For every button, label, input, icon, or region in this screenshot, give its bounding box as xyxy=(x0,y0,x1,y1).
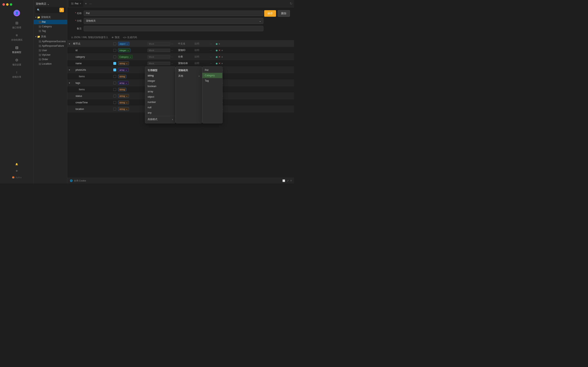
tags-items-checkbox[interactable] xyxy=(113,88,116,91)
ref-item-category[interactable]: Category xyxy=(202,73,222,78)
dropdown-item-null[interactable]: null xyxy=(145,105,175,110)
refresh-icon[interactable]: ↻ xyxy=(290,2,292,6)
root-checkbox[interactable] xyxy=(113,42,116,45)
tree-item-api-response-success[interactable]: ⬛ ApiResponseSuccess xyxy=(34,39,67,44)
more-tabs-button[interactable]: ··· xyxy=(88,2,93,5)
add-field-icon[interactable]: + xyxy=(218,42,220,45)
dropdown-item-other[interactable]: 其他 › xyxy=(176,73,202,79)
tree-group-header-pet[interactable]: ▾ 📁 宠物相关 xyxy=(34,15,67,20)
visibility-icon[interactable]: ◉ xyxy=(216,49,218,52)
remove-field-icon[interactable]: ✕ xyxy=(218,49,221,52)
category-mock[interactable]: Mock xyxy=(147,55,170,59)
more-options-icon[interactable]: ··· xyxy=(210,49,212,52)
more-options-icon[interactable]: ··· xyxy=(210,55,212,58)
preview-button[interactable]: 👁 预览 xyxy=(112,36,120,39)
tree-item-category[interactable]: ⬛ Category xyxy=(34,24,67,29)
visibility-icon[interactable]: ◉ xyxy=(216,62,218,65)
remove-field-icon[interactable]: ✕ xyxy=(218,62,221,65)
tree-item-location[interactable]: ⬛ Localtion xyxy=(34,62,67,66)
more-options-icon[interactable]: ··· xyxy=(171,62,173,65)
create-time-checkbox[interactable] xyxy=(113,101,116,104)
more-options-icon[interactable]: ··· xyxy=(210,42,212,45)
minimize-button[interactable] xyxy=(6,3,9,6)
dropdown-item-object[interactable]: object xyxy=(145,94,175,100)
remove-field-icon[interactable]: ✕ xyxy=(218,55,221,58)
new-tab-button[interactable]: + xyxy=(84,2,87,6)
status-checkbox[interactable] xyxy=(113,95,116,98)
dropdown-item-advanced[interactable]: 高级模式 › xyxy=(145,117,175,122)
collapse-icon[interactable]: ▾ xyxy=(69,68,70,71)
tags-checkbox[interactable] xyxy=(113,82,116,84)
root-type-badge[interactable]: object ⌄ xyxy=(118,42,130,46)
save-button[interactable]: 保存 xyxy=(264,10,276,17)
sidebar-item-api-management[interactable]: ⊞ 接口管理 xyxy=(0,19,34,31)
photo-urls-checkbox[interactable] xyxy=(113,68,116,71)
tab-pet[interactable]: ⬛ Pet ✕ xyxy=(69,0,83,7)
name-mock[interactable]: Mock xyxy=(147,62,170,65)
items-type-badge[interactable]: string xyxy=(118,75,126,78)
more-options-icon[interactable]: ··· xyxy=(171,55,173,58)
avatar[interactable]: 👤 xyxy=(13,10,20,16)
add-model-button[interactable]: + xyxy=(60,8,64,12)
sidebar-item-online-share[interactable]: ↑ 在线分享 xyxy=(0,68,34,81)
more-options-icon[interactable]: ··· xyxy=(171,49,173,52)
root-mock[interactable]: Mock xyxy=(147,42,170,46)
dropdown-item-boolean[interactable]: boolean xyxy=(145,83,175,89)
sidebar-item-project-settings[interactable]: ⚙ 项目设置 xyxy=(0,56,34,68)
dropdown-item-string[interactable]: string xyxy=(145,73,175,78)
more-options-icon[interactable]: ··· xyxy=(171,42,173,45)
tree-item-tag[interactable]: ⬛ Tag xyxy=(34,29,67,33)
photo-urls-type-badge[interactable]: array ⌄ xyxy=(118,68,129,72)
collapse-icon[interactable]: ▾ xyxy=(69,82,70,84)
location-checkbox[interactable] xyxy=(113,108,116,110)
create-time-type-badge[interactable]: string ⌄ xyxy=(118,100,129,104)
notifications-button[interactable]: 🔔 xyxy=(0,161,34,167)
dropdown-item-number[interactable]: number xyxy=(145,100,175,105)
id-checkbox[interactable] xyxy=(113,49,116,52)
search-input[interactable] xyxy=(41,8,58,11)
tree-group-header-other[interactable]: ▾ 📁 其他 xyxy=(34,34,67,39)
group-select[interactable]: 宠物相关 ⌄ xyxy=(84,18,263,24)
maximize-button[interactable] xyxy=(10,3,12,6)
more-options-icon[interactable]: ··· xyxy=(210,62,212,65)
status-type-badge[interactable]: string ⌄ xyxy=(118,94,129,98)
category-type-badge[interactable]: Category ⌄ xyxy=(118,55,133,59)
items-checkbox[interactable] xyxy=(113,75,116,78)
close-button[interactable] xyxy=(2,3,5,6)
ref-item-pet[interactable]: Pet xyxy=(202,67,222,73)
ref-item-tag[interactable]: Tag xyxy=(202,78,222,83)
location-type-badge[interactable]: string ⌄ xyxy=(118,107,129,111)
id-type-badge[interactable]: integer ⌄ xyxy=(118,48,130,52)
sidebar-item-auto-test[interactable]: ≡ 自动化测试 xyxy=(0,31,34,43)
name-type-badge[interactable]: string ⌄ xyxy=(118,61,129,65)
add-field-icon[interactable]: + xyxy=(221,62,223,65)
sidebar-item-data-model[interactable]: ⊟ 数据模型 xyxy=(0,43,34,56)
dropdown-item-any[interactable]: any xyxy=(145,110,175,115)
tree-item-user[interactable]: ⬛ User xyxy=(34,48,67,53)
format-icon[interactable]: ⬜ xyxy=(282,179,285,182)
tab-close-button[interactable]: ✕ xyxy=(80,2,81,5)
dropdown-item-integer[interactable]: integer xyxy=(145,78,175,83)
name-input[interactable] xyxy=(84,11,263,16)
note-input[interactable] xyxy=(84,26,263,31)
id-mock[interactable]: Mock xyxy=(147,49,170,52)
category-checkbox[interactable] xyxy=(113,55,116,58)
expand-icon[interactable]: ⤢ xyxy=(287,179,289,182)
name-checkbox[interactable] xyxy=(113,62,116,65)
tree-item-order[interactable]: ⬛ Order xyxy=(34,57,67,62)
tags-type-badge[interactable]: array ⌄ xyxy=(118,81,129,85)
add-field-icon[interactable]: + xyxy=(221,55,223,58)
visibility-icon[interactable]: ◉ xyxy=(216,55,218,58)
add-field-icon[interactable]: + xyxy=(221,49,223,52)
help-icon[interactable]: ? xyxy=(290,180,292,182)
tree-item-api-response-failure[interactable]: ⬛ ApiResponseFailure xyxy=(34,44,67,48)
tree-item-pet[interactable]: ⬛ Pet xyxy=(34,20,67,24)
tags-items-type-badge[interactable]: string xyxy=(118,88,126,91)
delete-button[interactable]: 删除 xyxy=(278,10,290,17)
json-xml-button[interactable]: ⎘ JSON / XML 智能识别/快捷导入 xyxy=(71,36,108,39)
generate-code-button[interactable]: </> 生成代码 xyxy=(123,36,137,39)
dropdown-item-array[interactable]: array xyxy=(145,89,175,94)
collapse-icon[interactable]: ▾ xyxy=(69,42,70,45)
settings-button[interactable]: ⚙ xyxy=(0,167,34,174)
visibility-icon[interactable]: ◉ xyxy=(216,42,218,45)
